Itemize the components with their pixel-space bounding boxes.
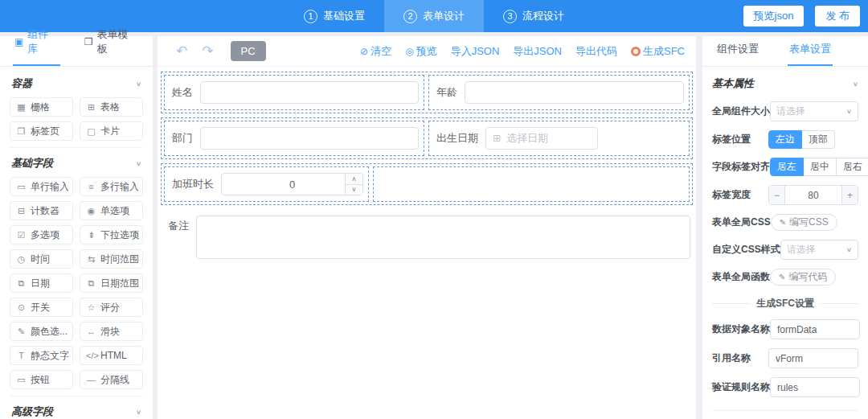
age-input[interactable] — [465, 81, 684, 104]
rules-name-input[interactable] — [770, 377, 860, 397]
widget-radio[interactable]: ◉单选项 — [80, 201, 143, 220]
widget-static-text[interactable]: T静态文字 — [10, 346, 73, 365]
section-basic-fields-header[interactable]: 基础字段 ∨ — [10, 148, 143, 177]
event-props-header[interactable]: 事件属性 ∨ — [712, 411, 858, 419]
edit-code-button[interactable]: ✎编写代码 — [770, 269, 836, 285]
global-fn-row: 表单全局函数 ✎编写代码 — [712, 269, 858, 285]
widget-tabs[interactable]: ❐标签页 — [10, 121, 73, 141]
tab-form-settings-label: 表单设置 — [789, 42, 831, 56]
export-json-button[interactable]: 导出JSON — [513, 44, 562, 59]
export-code-button[interactable]: 导出代码 — [575, 44, 617, 59]
label-position-left-option[interactable]: 左边 — [768, 130, 802, 149]
chevron-down-icon: ∨ — [136, 409, 141, 416]
undo-icon[interactable]: ↶ — [169, 43, 194, 60]
widget-label: 日期范围 — [100, 277, 139, 290]
label-align-right-option[interactable]: 居右 — [837, 158, 868, 176]
remark-field[interactable]: 备注 — [161, 209, 693, 259]
global-size-select[interactable]: 请选择 ∨ — [770, 101, 858, 121]
redo-icon[interactable]: ↷ — [194, 43, 220, 60]
export-code-label: 导出代码 — [575, 44, 617, 59]
widget-checkbox[interactable]: ☑多选项 — [10, 225, 73, 244]
widget-table[interactable]: ⊞表格 — [80, 97, 143, 117]
widget-slider[interactable]: ↔滑块 — [80, 322, 143, 341]
tab-form-settings[interactable]: 表单设置 — [788, 42, 833, 66]
widget-html[interactable]: </>HTML — [80, 346, 143, 365]
label-position-row: 标签位置 左边 顶部 — [712, 130, 858, 149]
tab-form-templates[interactable]: ❐ 表单模板 — [83, 27, 140, 66]
step-3-label: 流程设计 — [522, 9, 564, 23]
widget-time-range[interactable]: ⇆时间范围 — [80, 249, 143, 269]
tab-component-settings[interactable]: 组件设置 — [715, 42, 760, 66]
tab-component-library[interactable]: ▣ 组件库 — [13, 27, 60, 66]
widget-label: 时间范围 — [100, 253, 139, 266]
remark-field-label: 备注 — [168, 219, 189, 233]
overtime-number-input[interactable]: 0 ∧ ∨ — [221, 173, 363, 195]
spinner-down-icon[interactable]: ∨ — [346, 185, 362, 195]
edit-icon: ✎ — [780, 218, 786, 227]
widget-date[interactable]: ⧉日期 — [10, 273, 73, 293]
widget-grid[interactable]: ▦栅格 — [10, 97, 73, 117]
grid-container-row3[interactable]: 加班时长 0 ∧ ∨ — [161, 163, 693, 205]
remark-textarea[interactable] — [196, 216, 690, 259]
data-object-name-input[interactable] — [770, 319, 860, 339]
widget-date-range[interactable]: ⧉日期范围 — [80, 273, 143, 293]
grid-cell-age[interactable]: 年龄 — [428, 75, 690, 110]
eye-icon: ◎ — [405, 46, 413, 57]
widget-card[interactable]: ▢卡片 — [80, 121, 143, 141]
grid-container-row2[interactable]: 部门 出生日期 ⊞ 选择日期 — [161, 117, 693, 159]
widget-counter[interactable]: ⊟计数器 — [10, 201, 73, 220]
section-advanced-fields-header[interactable]: 高级字段 ∨ — [10, 396, 143, 419]
edit-css-button[interactable]: ✎编写CSS — [771, 214, 837, 231]
widget-rate[interactable]: ☆评分 — [80, 298, 143, 317]
widget-button[interactable]: ▭按钮 — [10, 370, 73, 389]
tab-component-settings-label: 组件设置 — [717, 42, 759, 56]
grid-cell-empty[interactable] — [373, 166, 690, 202]
import-json-button[interactable]: 导入JSON — [451, 44, 500, 59]
grid-container-row1[interactable]: 姓名 年龄 — [161, 72, 693, 113]
widget-select[interactable]: ⇟下拉选项 — [80, 225, 143, 244]
label-align-row: 字段标签对齐 居左 居中 居右 — [712, 158, 858, 176]
generate-sfc-button[interactable]: 生成SFC — [631, 44, 685, 59]
label-width-value[interactable]: 80 — [785, 186, 841, 204]
widget-switch[interactable]: ⊙开关 — [10, 298, 73, 317]
basic-props-header[interactable]: 基本属性 ∨ — [712, 67, 858, 92]
step-basic-settings[interactable]: 1 基础设置 — [285, 0, 384, 32]
chevron-down-icon: ∨ — [136, 160, 141, 167]
custom-css-select[interactable]: 请选择 ∨ — [780, 240, 858, 260]
clear-button[interactable]: ⊘清空 — [360, 44, 391, 59]
grid-cell-dept[interactable]: 部门 — [164, 121, 424, 156]
publish-button[interactable]: 发 布 — [815, 6, 860, 27]
spinner-up-icon[interactable]: ∧ — [346, 174, 362, 185]
overtime-field-label: 加班时长 — [172, 177, 214, 191]
preview-button[interactable]: ◎预览 — [405, 44, 436, 59]
widget-label: 按钮 — [31, 373, 50, 387]
birth-date-picker[interactable]: ⊞ 选择日期 — [485, 127, 598, 150]
grid-cell-birth-date[interactable]: 出生日期 ⊞ 选择日期 — [428, 121, 690, 156]
preview-json-button[interactable]: 预览json — [743, 6, 805, 27]
widget-multi-line-input[interactable]: ≡多行输入 — [80, 177, 143, 196]
form-canvas[interactable]: 姓名 年龄 部门 出生日期 ⊞ 选择日期 — [158, 67, 696, 259]
data-object-name-row: 数据对象名称 — [712, 319, 858, 339]
step-flow-design[interactable]: 3 流程设计 — [484, 0, 583, 32]
widget-time[interactable]: ◷时间 — [10, 249, 73, 269]
label-align-center-option[interactable]: 居中 — [804, 158, 837, 176]
widget-color-picker[interactable]: ✎颜色选... — [10, 322, 73, 341]
section-containers-header[interactable]: 容器 ∨ — [10, 68, 143, 97]
step-form-design[interactable]: 2 表单设计 — [384, 0, 484, 32]
grid-cell-overtime[interactable]: 加班时长 0 ∧ ∨ — [164, 166, 369, 202]
ref-name-input[interactable] — [768, 348, 858, 368]
age-field-label: 年龄 — [436, 85, 457, 100]
label-position-top-option[interactable]: 顶部 — [802, 130, 835, 149]
settings-panel-tabs: 组件设置 表单设置 — [702, 36, 868, 67]
decrease-icon[interactable]: − — [769, 186, 785, 204]
section-containers: 容器 ∨ ▦栅格 ⊞表格 ❐标签页 ▢卡片 — [10, 68, 143, 141]
pc-view-button[interactable]: PC — [231, 41, 266, 61]
name-input[interactable] — [200, 81, 419, 104]
widget-single-line-input[interactable]: ▭单行输入 — [10, 177, 73, 196]
increase-icon[interactable]: + — [841, 186, 858, 204]
widget-divider[interactable]: —分隔线 — [80, 370, 143, 389]
label-align-label: 字段标签对齐 — [712, 160, 770, 174]
label-align-left-option[interactable]: 居左 — [770, 158, 804, 176]
dept-input[interactable] — [200, 127, 419, 150]
grid-cell-name[interactable]: 姓名 — [164, 75, 424, 110]
